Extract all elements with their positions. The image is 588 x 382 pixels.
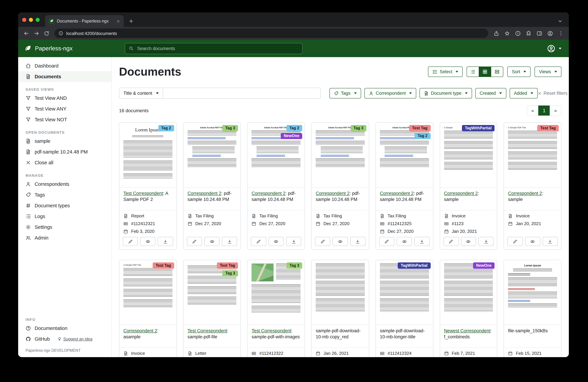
filter-added-button[interactable]: Added [509,88,537,99]
download-button[interactable] [286,237,301,246]
view-details-button[interactable] [491,66,504,77]
sidebar-item-documentation[interactable]: Documentation [18,323,111,334]
tag-chip[interactable]: Tag 2 [415,133,430,139]
url-bar[interactable]: localhost:4200/documents [54,29,488,38]
tag-chip[interactable]: TagWithPartial [462,125,495,131]
sidebar-item-test-view-and[interactable]: Test View AND [18,93,111,103]
side-panel-button[interactable] [535,29,544,38]
sidebar-item-logs[interactable]: Logs [18,211,111,222]
view-button[interactable] [461,237,476,246]
document-thumbnail[interactable]: Tag 3Adobe Acrobat PDF Files [183,123,240,187]
share-button[interactable] [491,29,501,38]
tag-chip[interactable]: Tag 3 [222,270,238,277]
sidebar-item-admin[interactable]: Admin [18,233,111,243]
download-button[interactable] [158,237,173,246]
browser-menu-button[interactable] [556,29,566,38]
document-thumbnail[interactable]: Tag 3 [248,260,305,325]
tag-chip[interactable]: Tag 3 [222,125,238,131]
minimize-window-button[interactable] [29,18,33,22]
tag-chip[interactable]: Tag 3 [351,125,366,131]
sidebar-item-close-all[interactable]: Close all [18,157,111,168]
edit-button[interactable] [379,237,394,246]
edit-button[interactable] [315,237,330,246]
document-thumbnail[interactable]: Test TagA Simple PDF File [504,123,561,187]
sidebar-item-github[interactable]: GitHubSuggest an idea [18,334,111,344]
tag-chip[interactable]: NewOne [473,262,495,269]
edit-button[interactable] [187,237,202,246]
view-button[interactable] [140,237,155,246]
close-window-button[interactable] [22,18,26,22]
filter-tags-button[interactable]: Tags [330,88,361,99]
tag-chip[interactable]: Test Tag [217,262,238,269]
suggest-idea-link[interactable]: Suggest an idea [58,337,92,341]
tag-chip[interactable]: Test Tag [153,262,174,269]
document-thumbnail[interactable]: Test TagTag 2Adobe Acrobat PDF Files [376,123,433,187]
tab-search-button[interactable] [555,17,565,26]
correspondent-link[interactable]: Newest Correspondent [444,328,490,333]
download-button[interactable] [543,237,558,246]
tag-chip[interactable]: Tag 3 [286,262,302,269]
sidebar-item-document-types[interactable]: Document types [18,200,111,211]
edit-button[interactable] [251,237,266,246]
correspondent-link[interactable]: Test Correspondent [123,191,163,196]
view-button[interactable] [397,237,412,246]
view-button[interactable] [333,237,348,246]
filter-text-input[interactable] [163,88,321,99]
tag-chip[interactable]: Test Tag [409,125,430,131]
download-button[interactable] [350,237,365,246]
view-button[interactable] [269,237,284,246]
filter-document-type-button[interactable]: Document type [420,88,472,99]
correspondent-link[interactable]: Test Correspondent [188,328,227,333]
download-button[interactable] [414,237,429,246]
document-thumbnail[interactable]: TagWithPartial [376,260,433,325]
download-button[interactable] [478,237,494,246]
correspondent-link[interactable]: Correspondent 2 [508,191,542,196]
site-info-icon[interactable] [59,31,63,36]
correspondent-link[interactable]: Correspondent 2 [380,191,414,196]
document-thumbnail[interactable]: NewOne [440,260,497,325]
document-thumbnail[interactable]: Tag 2NewOneAdobe Acrobat PDF Files [248,123,305,187]
back-button[interactable] [21,29,31,38]
view-grid-button[interactable] [479,66,491,77]
sidebar-item-test-view-any[interactable]: Test View ANY [18,103,111,114]
sidebar-item-settings[interactable]: Settings [18,222,111,233]
sidebar-item-pdf-sample-10-24-48-pm[interactable]: pdf-sample 10.24.48 PM [18,146,111,157]
filter-field-dropdown[interactable]: Title & content [119,88,163,99]
sidebar-item-tags[interactable]: Tags [18,189,111,200]
correspondent-link[interactable]: Test Correspondent [252,328,291,333]
sidebar-item-test-view-not[interactable]: Test View NOT [18,114,111,125]
download-button[interactable] [222,237,237,246]
document-thumbnail[interactable] [312,260,369,325]
views-button[interactable]: Views [535,66,561,77]
page-1-button[interactable]: 1 [538,105,550,116]
tag-chip[interactable]: NewOne [281,133,302,139]
zoom-window-button[interactable] [36,18,40,22]
tag-chip[interactable]: Test Tag [537,125,559,131]
edit-button[interactable] [507,237,523,246]
browser-tab[interactable]: Documents - Paperless-ngx [45,15,124,27]
bookmark-star-button[interactable] [502,29,512,38]
sidebar-item-documents[interactable]: Documents [18,71,111,82]
search-input[interactable] [136,45,298,51]
select-button[interactable]: Select [428,66,463,77]
edit-button[interactable] [443,237,458,246]
correspondent-link[interactable]: Correspondent 2 [252,191,285,196]
forward-button[interactable] [32,29,41,38]
new-tab-button[interactable] [126,17,136,26]
document-thumbnail[interactable]: Lorem ipsum [504,260,561,325]
document-thumbnail[interactable]: Tag 2Lorem Ipsum [119,123,176,187]
reload-button[interactable] [42,29,51,38]
tag-chip[interactable]: Tag 2 [158,125,174,131]
tag-chip[interactable]: TagWithPartial [398,262,430,269]
view-button[interactable] [525,237,540,246]
filter-created-button[interactable]: Created [475,88,506,99]
page-next-button[interactable]: » [550,105,561,116]
edit-button[interactable] [123,237,138,246]
extensions-button[interactable] [524,29,533,38]
sidebar-item-correspondents[interactable]: Correspondents [18,179,111,189]
sidebar-item-dashboard[interactable]: Dashboard [18,60,111,71]
reset-filters-button[interactable]: Reset filters [537,91,567,96]
correspondent-link[interactable]: Correspondent 2 [188,191,221,196]
correspondent-link[interactable]: Correspondent 2 [123,328,157,333]
view-button[interactable] [204,237,220,246]
